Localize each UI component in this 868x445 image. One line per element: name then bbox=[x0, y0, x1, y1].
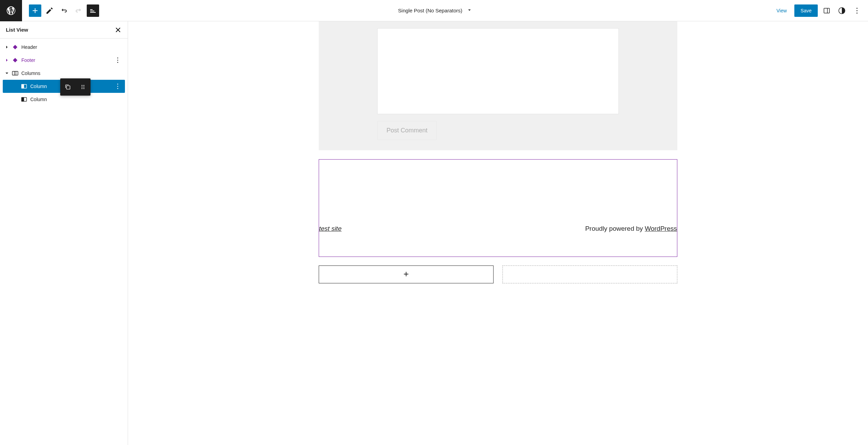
toolbar-center: Single Post (No Separators) bbox=[99, 7, 772, 14]
columns-block[interactable] bbox=[319, 265, 677, 283]
close-button[interactable] bbox=[114, 26, 122, 34]
svg-point-25 bbox=[83, 87, 84, 88]
toolbar-left-group bbox=[22, 4, 99, 17]
editor-canvas[interactable]: Post Comment test site Proudly powered b… bbox=[128, 21, 868, 445]
document-title[interactable]: Single Post (No Separators) bbox=[398, 8, 463, 13]
template-part-icon bbox=[11, 43, 19, 51]
tree-item-columns[interactable]: Columns bbox=[3, 67, 125, 80]
svg-point-22 bbox=[82, 85, 83, 86]
columns-block-icon bbox=[11, 69, 19, 77]
svg-point-23 bbox=[83, 85, 84, 86]
svg-point-18 bbox=[117, 88, 118, 89]
tree-item-header[interactable]: Header bbox=[3, 41, 125, 54]
column-block-icon bbox=[20, 83, 28, 90]
redo-button bbox=[72, 4, 85, 17]
comment-textarea[interactable] bbox=[377, 28, 619, 114]
tree-label: Column bbox=[28, 97, 47, 102]
wordpress-link[interactable]: WordPress bbox=[645, 225, 677, 232]
svg-point-16 bbox=[117, 84, 118, 85]
list-view-toggle-button[interactable] bbox=[87, 4, 99, 17]
wordpress-logo-button[interactable] bbox=[0, 0, 22, 21]
svg-point-8 bbox=[117, 57, 118, 58]
more-options-icon[interactable] bbox=[113, 81, 123, 91]
settings-sidebar-toggle[interactable] bbox=[821, 4, 833, 17]
list-view-title: List View bbox=[6, 27, 28, 33]
powered-prefix: Proudly powered by bbox=[585, 225, 645, 232]
drag-handle-button[interactable] bbox=[75, 78, 91, 96]
post-comment-button[interactable]: Post Comment bbox=[377, 121, 437, 140]
chevron-down-icon[interactable] bbox=[466, 7, 473, 14]
block-floating-toolbar bbox=[60, 78, 91, 96]
site-title-link[interactable]: test site bbox=[319, 225, 341, 232]
column-block-empty[interactable] bbox=[502, 265, 677, 283]
view-button[interactable]: View bbox=[772, 5, 792, 16]
chevron-right-icon[interactable] bbox=[3, 44, 11, 50]
options-menu-button[interactable] bbox=[851, 4, 863, 17]
footer-template-part[interactable]: test site Proudly powered by WordPress bbox=[319, 159, 677, 257]
svg-point-5 bbox=[857, 12, 858, 13]
editor-main-area: List View Header bbox=[0, 21, 868, 445]
svg-rect-7 bbox=[13, 58, 18, 63]
toolbar-right-group: View Save bbox=[772, 4, 868, 17]
block-inserter-button[interactable] bbox=[29, 4, 41, 17]
svg-point-10 bbox=[117, 62, 118, 63]
svg-point-24 bbox=[82, 87, 83, 88]
svg-rect-6 bbox=[13, 45, 18, 50]
comment-form-block[interactable]: Post Comment bbox=[319, 21, 677, 150]
chevron-down-icon[interactable] bbox=[3, 70, 11, 76]
tools-button[interactable] bbox=[43, 4, 56, 17]
svg-point-26 bbox=[82, 88, 83, 89]
powered-by-text: Proudly powered by WordPress bbox=[585, 225, 677, 232]
tree-label: Column bbox=[28, 84, 47, 89]
svg-rect-20 bbox=[22, 98, 24, 101]
more-options-icon[interactable] bbox=[113, 55, 123, 65]
undo-button[interactable] bbox=[58, 4, 70, 17]
tree-label: Footer bbox=[19, 57, 35, 63]
svg-point-17 bbox=[117, 86, 118, 87]
tree-item-footer[interactable]: Footer bbox=[3, 54, 125, 67]
list-view-header: List View bbox=[0, 21, 128, 39]
editor-top-bar: Single Post (No Separators) View Save bbox=[0, 0, 868, 21]
tree-label: Columns bbox=[19, 70, 40, 76]
column-block-selected[interactable] bbox=[319, 265, 494, 283]
plus-icon[interactable] bbox=[402, 270, 410, 279]
svg-rect-15 bbox=[22, 85, 24, 88]
styles-toggle[interactable] bbox=[836, 4, 848, 17]
svg-rect-11 bbox=[12, 72, 18, 75]
svg-point-3 bbox=[857, 8, 858, 9]
svg-rect-0 bbox=[824, 8, 829, 13]
save-button[interactable]: Save bbox=[794, 4, 818, 17]
svg-point-9 bbox=[117, 60, 118, 61]
tree-label: Header bbox=[19, 44, 37, 50]
copy-block-button[interactable] bbox=[60, 78, 75, 96]
chevron-right-icon[interactable] bbox=[3, 57, 11, 63]
svg-point-4 bbox=[857, 10, 858, 11]
svg-point-27 bbox=[83, 88, 84, 89]
template-part-icon bbox=[11, 56, 19, 64]
svg-rect-21 bbox=[66, 86, 70, 89]
column-block-icon bbox=[20, 96, 28, 103]
list-view-tree: Header Footer bbox=[0, 39, 128, 108]
